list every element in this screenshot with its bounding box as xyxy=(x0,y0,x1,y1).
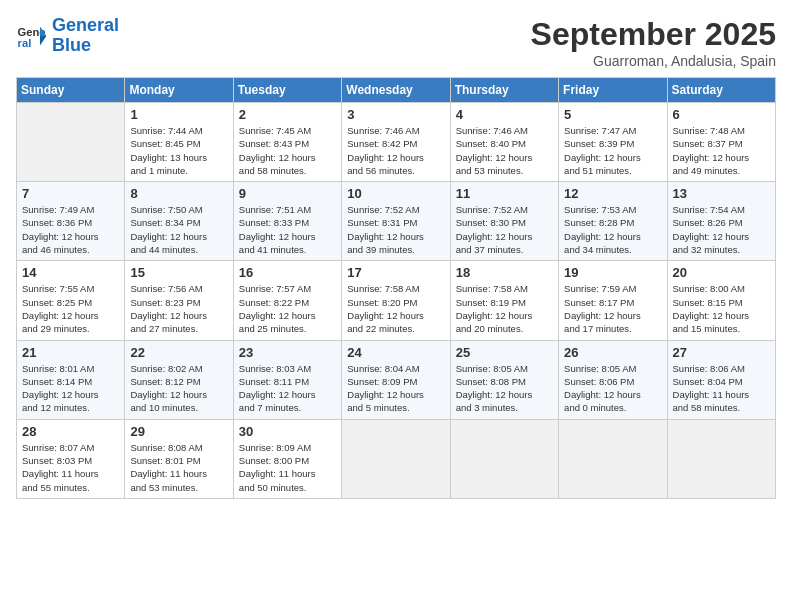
calendar-cell: 9Sunrise: 7:51 AMSunset: 8:33 PMDaylight… xyxy=(233,182,341,261)
day-info: Sunrise: 7:44 AMSunset: 8:45 PMDaylight:… xyxy=(130,124,227,177)
day-number: 20 xyxy=(673,265,770,280)
calendar-cell: 2Sunrise: 7:45 AMSunset: 8:43 PMDaylight… xyxy=(233,103,341,182)
day-number: 6 xyxy=(673,107,770,122)
calendar-cell: 19Sunrise: 7:59 AMSunset: 8:17 PMDayligh… xyxy=(559,261,667,340)
calendar-cell: 15Sunrise: 7:56 AMSunset: 8:23 PMDayligh… xyxy=(125,261,233,340)
calendar-week-row: 21Sunrise: 8:01 AMSunset: 8:14 PMDayligh… xyxy=(17,340,776,419)
day-number: 13 xyxy=(673,186,770,201)
calendar-cell xyxy=(667,419,775,498)
day-number: 5 xyxy=(564,107,661,122)
day-info: Sunrise: 8:04 AMSunset: 8:09 PMDaylight:… xyxy=(347,362,444,415)
calendar-cell: 23Sunrise: 8:03 AMSunset: 8:11 PMDayligh… xyxy=(233,340,341,419)
calendar-table: SundayMondayTuesdayWednesdayThursdayFrid… xyxy=(16,77,776,499)
day-info: Sunrise: 7:54 AMSunset: 8:26 PMDaylight:… xyxy=(673,203,770,256)
calendar-cell xyxy=(342,419,450,498)
calendar-cell: 11Sunrise: 7:52 AMSunset: 8:30 PMDayligh… xyxy=(450,182,558,261)
day-number: 1 xyxy=(130,107,227,122)
calendar-cell: 20Sunrise: 8:00 AMSunset: 8:15 PMDayligh… xyxy=(667,261,775,340)
weekday-header-cell: Monday xyxy=(125,78,233,103)
calendar-cell: 25Sunrise: 8:05 AMSunset: 8:08 PMDayligh… xyxy=(450,340,558,419)
day-info: Sunrise: 7:59 AMSunset: 8:17 PMDaylight:… xyxy=(564,282,661,335)
calendar-cell: 6Sunrise: 7:48 AMSunset: 8:37 PMDaylight… xyxy=(667,103,775,182)
calendar-cell: 12Sunrise: 7:53 AMSunset: 8:28 PMDayligh… xyxy=(559,182,667,261)
day-info: Sunrise: 7:53 AMSunset: 8:28 PMDaylight:… xyxy=(564,203,661,256)
calendar-cell: 3Sunrise: 7:46 AMSunset: 8:42 PMDaylight… xyxy=(342,103,450,182)
calendar-cell: 16Sunrise: 7:57 AMSunset: 8:22 PMDayligh… xyxy=(233,261,341,340)
day-info: Sunrise: 7:56 AMSunset: 8:23 PMDaylight:… xyxy=(130,282,227,335)
calendar-cell: 5Sunrise: 7:47 AMSunset: 8:39 PMDaylight… xyxy=(559,103,667,182)
svg-text:ral: ral xyxy=(18,37,32,49)
day-number: 2 xyxy=(239,107,336,122)
day-number: 9 xyxy=(239,186,336,201)
day-info: Sunrise: 7:58 AMSunset: 8:20 PMDaylight:… xyxy=(347,282,444,335)
day-number: 4 xyxy=(456,107,553,122)
calendar-cell: 22Sunrise: 8:02 AMSunset: 8:12 PMDayligh… xyxy=(125,340,233,419)
day-info: Sunrise: 8:09 AMSunset: 8:00 PMDaylight:… xyxy=(239,441,336,494)
day-number: 18 xyxy=(456,265,553,280)
calendar-cell: 13Sunrise: 7:54 AMSunset: 8:26 PMDayligh… xyxy=(667,182,775,261)
day-number: 30 xyxy=(239,424,336,439)
day-info: Sunrise: 7:49 AMSunset: 8:36 PMDaylight:… xyxy=(22,203,119,256)
calendar-cell: 17Sunrise: 7:58 AMSunset: 8:20 PMDayligh… xyxy=(342,261,450,340)
day-info: Sunrise: 7:46 AMSunset: 8:40 PMDaylight:… xyxy=(456,124,553,177)
day-info: Sunrise: 7:51 AMSunset: 8:33 PMDaylight:… xyxy=(239,203,336,256)
day-info: Sunrise: 7:52 AMSunset: 8:31 PMDaylight:… xyxy=(347,203,444,256)
day-number: 7 xyxy=(22,186,119,201)
calendar-cell: 30Sunrise: 8:09 AMSunset: 8:00 PMDayligh… xyxy=(233,419,341,498)
day-info: Sunrise: 7:50 AMSunset: 8:34 PMDaylight:… xyxy=(130,203,227,256)
calendar-cell: 8Sunrise: 7:50 AMSunset: 8:34 PMDaylight… xyxy=(125,182,233,261)
calendar-cell: 24Sunrise: 8:04 AMSunset: 8:09 PMDayligh… xyxy=(342,340,450,419)
day-number: 19 xyxy=(564,265,661,280)
calendar-cell: 10Sunrise: 7:52 AMSunset: 8:31 PMDayligh… xyxy=(342,182,450,261)
day-number: 15 xyxy=(130,265,227,280)
day-info: Sunrise: 7:58 AMSunset: 8:19 PMDaylight:… xyxy=(456,282,553,335)
calendar-cell: 26Sunrise: 8:05 AMSunset: 8:06 PMDayligh… xyxy=(559,340,667,419)
day-number: 17 xyxy=(347,265,444,280)
day-number: 11 xyxy=(456,186,553,201)
day-number: 22 xyxy=(130,345,227,360)
calendar-cell: 4Sunrise: 7:46 AMSunset: 8:40 PMDaylight… xyxy=(450,103,558,182)
day-number: 21 xyxy=(22,345,119,360)
weekday-header-cell: Tuesday xyxy=(233,78,341,103)
calendar-body: 1Sunrise: 7:44 AMSunset: 8:45 PMDaylight… xyxy=(17,103,776,499)
day-info: Sunrise: 8:00 AMSunset: 8:15 PMDaylight:… xyxy=(673,282,770,335)
day-info: Sunrise: 8:02 AMSunset: 8:12 PMDaylight:… xyxy=(130,362,227,415)
location-subtitle: Guarroman, Andalusia, Spain xyxy=(531,53,776,69)
day-info: Sunrise: 7:57 AMSunset: 8:22 PMDaylight:… xyxy=(239,282,336,335)
day-number: 10 xyxy=(347,186,444,201)
day-number: 12 xyxy=(564,186,661,201)
calendar-cell xyxy=(17,103,125,182)
day-info: Sunrise: 7:55 AMSunset: 8:25 PMDaylight:… xyxy=(22,282,119,335)
calendar-cell xyxy=(559,419,667,498)
day-info: Sunrise: 8:07 AMSunset: 8:03 PMDaylight:… xyxy=(22,441,119,494)
calendar-cell: 1Sunrise: 7:44 AMSunset: 8:45 PMDaylight… xyxy=(125,103,233,182)
weekday-header-cell: Saturday xyxy=(667,78,775,103)
title-block: September 2025 Guarroman, Andalusia, Spa… xyxy=(531,16,776,69)
weekday-header-cell: Friday xyxy=(559,78,667,103)
day-number: 14 xyxy=(22,265,119,280)
calendar-cell: 7Sunrise: 7:49 AMSunset: 8:36 PMDaylight… xyxy=(17,182,125,261)
day-info: Sunrise: 7:46 AMSunset: 8:42 PMDaylight:… xyxy=(347,124,444,177)
day-number: 29 xyxy=(130,424,227,439)
day-number: 25 xyxy=(456,345,553,360)
weekday-header-cell: Wednesday xyxy=(342,78,450,103)
logo-icon: Gene ral xyxy=(16,20,48,52)
day-number: 27 xyxy=(673,345,770,360)
day-number: 26 xyxy=(564,345,661,360)
day-info: Sunrise: 8:08 AMSunset: 8:01 PMDaylight:… xyxy=(130,441,227,494)
calendar-cell: 27Sunrise: 8:06 AMSunset: 8:04 PMDayligh… xyxy=(667,340,775,419)
calendar-cell: 21Sunrise: 8:01 AMSunset: 8:14 PMDayligh… xyxy=(17,340,125,419)
day-info: Sunrise: 8:06 AMSunset: 8:04 PMDaylight:… xyxy=(673,362,770,415)
calendar-week-row: 14Sunrise: 7:55 AMSunset: 8:25 PMDayligh… xyxy=(17,261,776,340)
calendar-week-row: 28Sunrise: 8:07 AMSunset: 8:03 PMDayligh… xyxy=(17,419,776,498)
day-number: 28 xyxy=(22,424,119,439)
day-info: Sunrise: 7:48 AMSunset: 8:37 PMDaylight:… xyxy=(673,124,770,177)
logo-text: General Blue xyxy=(52,16,119,56)
day-number: 23 xyxy=(239,345,336,360)
calendar-week-row: 7Sunrise: 7:49 AMSunset: 8:36 PMDaylight… xyxy=(17,182,776,261)
day-info: Sunrise: 7:47 AMSunset: 8:39 PMDaylight:… xyxy=(564,124,661,177)
calendar-cell: 29Sunrise: 8:08 AMSunset: 8:01 PMDayligh… xyxy=(125,419,233,498)
day-number: 8 xyxy=(130,186,227,201)
day-info: Sunrise: 7:52 AMSunset: 8:30 PMDaylight:… xyxy=(456,203,553,256)
calendar-cell: 28Sunrise: 8:07 AMSunset: 8:03 PMDayligh… xyxy=(17,419,125,498)
